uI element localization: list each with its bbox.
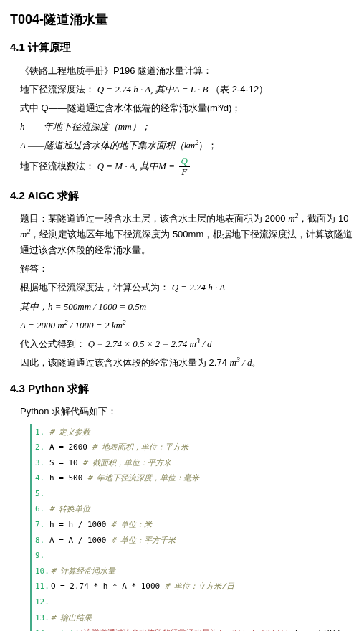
code-text: print('该隧道通过该含水体段的经常涌水量为{:.2f} [m^3/d]'.… xyxy=(51,627,342,631)
section-4-3-body: Python 求解代码如下： 1.# 定义参数2.A = 2000 # 地表面积… xyxy=(10,404,354,631)
line-number: 4. xyxy=(35,472,48,485)
code-line: 11.Q = 2.74 * h * A * 1000 # 单位：立方米/日 xyxy=(32,579,354,594)
python-code-block: 1.# 定义参数2.A = 2000 # 地表面积，单位：平方米3.S = 10… xyxy=(30,424,354,632)
line-number: 3. xyxy=(35,457,48,470)
s1-l5b-unit: km2 xyxy=(184,140,198,151)
line-number: 11. xyxy=(35,580,49,593)
line-number: 2. xyxy=(35,441,48,454)
s1-l6a-text: 地下径流模数法： xyxy=(20,161,95,171)
section-heading-4-2: 4.2 AIGC 求解 xyxy=(10,188,354,204)
code-text xyxy=(49,549,54,562)
s3-intro: Python 求解代码如下： xyxy=(20,404,354,419)
code-line: 14.print('该隧道通过该含水体段的经常涌水量为{:.2f} [m^3/d… xyxy=(32,625,354,631)
s2-h-calc: 其中，h = 500mm / 1000 = 0.5m xyxy=(20,299,354,315)
code-line: 12. xyxy=(32,594,354,610)
line-number: 14. xyxy=(35,627,49,631)
code-line: 5. xyxy=(32,486,354,502)
s1-line1: 《铁路工程地质手册》P196 隧道涌水量计算： xyxy=(20,63,354,79)
code-line: 13.# 输出结果 xyxy=(32,610,354,626)
line-number: 8. xyxy=(35,534,48,547)
s1-l4-text: h ——年地下径流深度（mm）； xyxy=(20,121,150,132)
code-line: 6.# 转换单位 xyxy=(32,501,354,517)
code-line: 9. xyxy=(32,548,354,564)
s1-l6b-formula: Q = M · A, 其中M = xyxy=(97,161,175,171)
s2-conclusion: 因此，该隧道通过该含水体段的经常涌水量为 2.74 m3 / d。 xyxy=(20,355,354,371)
code-line: 3.S = 10 # 截面积，单位：平方米 xyxy=(32,455,354,471)
code-text: h = h / 1000 # 单位：米 xyxy=(49,518,152,531)
code-line: 7.h = h / 1000 # 单位：米 xyxy=(32,517,354,533)
s1-l2a-text: 地下径流深度法： xyxy=(20,84,95,95)
code-line: 2.A = 2000 # 地表面积，单位：平方米 xyxy=(32,440,354,455)
code-line: 4.h = 500 # 年地下径流深度，单位：毫米 xyxy=(32,470,354,486)
s2-p4-text: 其中，h = 500mm / 1000 = 0.5m xyxy=(20,301,146,312)
s2-p7a-text: 因此，该隧道通过该含水体段的经常涌水量为 2.74 xyxy=(20,357,230,368)
section-heading-4-1: 4.1 计算原理 xyxy=(10,39,354,56)
section-4-2-body: 题目：某隧道通过一段含水土层，该含水土层的地表面积为 2000 m2，截面为 1… xyxy=(10,211,354,371)
fraction-numerator: Q xyxy=(179,156,190,167)
code-text: Q = 2.74 * h * A * 1000 # 单位：立方米/日 xyxy=(51,580,234,593)
s1-line6: 地下径流模数法： Q = M · A, 其中M = Q F xyxy=(20,156,354,178)
s2-a-calc: A = 2000 m2 / 1000 = 2 km2 xyxy=(20,318,354,333)
s2-p7c-text: 。 xyxy=(252,357,261,368)
line-number: 12. xyxy=(35,596,49,609)
s1-line2: 地下径流深度法： Q = 2.74 h · A, 其中A = L · B （表 … xyxy=(20,82,354,98)
s1-line4: h ——年地下径流深度（mm）； xyxy=(20,119,354,135)
code-text: A = 2000 # 地表面积，单位：平方米 xyxy=(49,441,188,454)
section-4-1-body: 《铁路工程地质手册》P196 隧道涌水量计算： 地下径流深度法： Q = 2.7… xyxy=(10,63,354,178)
line-number: 6. xyxy=(35,503,48,516)
line-number: 7. xyxy=(35,518,48,531)
s1-l2b-formula: Q = 2.74 h · A, 其中A = L · B xyxy=(97,84,209,95)
code-text: # 定义参数 xyxy=(49,426,90,439)
code-line: 1.# 定义参数 xyxy=(32,424,354,440)
code-text: # 输出结果 xyxy=(51,612,92,625)
s1-line3: 式中 Q——隧道通过含水体低端的经常涌水量(m³/d)； xyxy=(20,100,354,116)
code-text: A = A / 1000 # 单位：平方千米 xyxy=(49,534,176,547)
line-number: 1. xyxy=(35,426,48,439)
code-text: # 计算经常涌水量 xyxy=(51,565,115,578)
line-number: 9. xyxy=(35,549,48,562)
line-number: 5. xyxy=(35,488,48,500)
code-text: h = 500 # 年地下径流深度，单位：毫米 xyxy=(49,472,199,485)
s2-problem: 题目：某隧道通过一段含水土层，该含水土层的地表面积为 2000 m2，截面为 1… xyxy=(20,211,354,258)
s2-p6a-text: 代入公式得到： xyxy=(20,338,85,349)
section-heading-4-3: 4.3 Python 求解 xyxy=(10,381,354,397)
s2-formula-line: 根据地下径流深度法，计算公式为： Q = 2.74 h · A xyxy=(20,280,354,295)
code-text xyxy=(51,596,56,609)
line-number: 10. xyxy=(35,565,49,578)
code-text: S = 10 # 截面积，单位：平方米 xyxy=(49,457,171,470)
code-line: 10.# 计算经常涌水量 xyxy=(32,564,354,579)
s1-l5a-text: A ——隧道通过含水体的地下集水面积（ xyxy=(20,140,184,151)
s1-l5c-text: ）； xyxy=(198,140,217,151)
line-number: 13. xyxy=(35,612,49,625)
s2-substitution: 代入公式得到： Q = 2.74 × 0.5 × 2 = 2.74 m3 / d xyxy=(20,336,354,352)
s2-answer-label: 解答： xyxy=(20,261,354,277)
code-line: 8.A = A / 1000 # 单位：平方千米 xyxy=(32,533,354,549)
s1-line5: A ——隧道通过含水体的地下集水面积（km2）； xyxy=(20,138,354,153)
s2-p3b-formula: Q = 2.74 h · A xyxy=(172,282,226,293)
code-text xyxy=(49,488,54,500)
fraction-q-over-f: Q F xyxy=(179,156,190,178)
code-text: # 转换单位 xyxy=(49,503,90,516)
fraction-denominator: F xyxy=(179,167,190,177)
s1-l2c-text: （表 2-4-12） xyxy=(211,84,268,95)
s2-p3a-text: 根据地下径流深度法，计算公式为： xyxy=(20,282,169,293)
page-title: T004-隧道涌水量 xyxy=(10,10,354,29)
